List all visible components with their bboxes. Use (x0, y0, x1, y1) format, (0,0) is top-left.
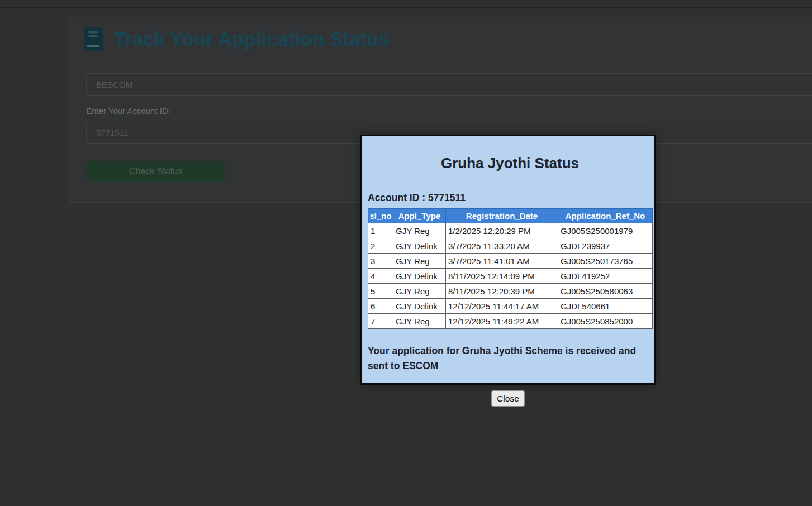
table-cell: 3/7/2025 11:33:20 AM (446, 238, 558, 254)
modal-title: Gruha Jyothi Status (368, 155, 652, 172)
table-cell: GJY Delink (393, 238, 446, 254)
column-header: sl_no (368, 209, 393, 223)
table-cell: GJY Delink (393, 269, 446, 284)
table-cell: 12/12/2025 11:44:17 AM (446, 299, 558, 314)
discom-select[interactable] (86, 73, 812, 96)
table-cell: GJ005S250580063 (558, 284, 653, 299)
table-cell: GJY Reg (393, 254, 446, 269)
table-cell: GJY Delink (393, 299, 446, 314)
top-navbar (0, 0, 812, 8)
table-cell: 12/12/2025 11:49:22 AM (446, 314, 558, 329)
table-cell: 7 (368, 314, 393, 329)
table-row: 5GJY Reg8/11/2025 12:20:39 PMGJ005S25058… (368, 284, 653, 299)
account-id-label: Enter Your Account ID: (86, 106, 170, 116)
column-header: Appl_Type (393, 209, 446, 223)
card-header: Track Your Application Status (69, 17, 812, 61)
modal-panel: Gruha Jyothi Status Account ID : 5771511… (360, 135, 656, 385)
table-row: 1GJY Reg1/2/2025 12:20:29 PMGJ005S250001… (368, 223, 653, 238)
table-cell: 6 (368, 299, 393, 314)
table-row: 4GJY Delink8/11/2025 12:14:09 PMGJDL4192… (368, 269, 653, 284)
table-cell: 4 (368, 269, 393, 284)
table-cell: GJY Reg (393, 223, 446, 238)
table-cell: 5 (368, 284, 393, 299)
book-icon (83, 27, 103, 51)
table-cell: 3 (368, 254, 393, 269)
table-cell: GJY Reg (393, 284, 446, 299)
column-header: Registration_Date (446, 209, 558, 223)
page-background: Track Your Application Status Enter Your… (0, 0, 812, 506)
table-cell: 1/2/2025 12:20:29 PM (446, 223, 558, 238)
table-cell: 3/7/2025 11:41:01 AM (446, 254, 558, 269)
table-cell: 8/11/2025 12:14:09 PM (446, 269, 558, 284)
table-cell: GJDL239937 (558, 238, 653, 254)
table-cell: 2 (368, 238, 393, 254)
status-message: Your application for Gruha Jyothi Scheme… (368, 343, 647, 374)
table-header-row: sl_noAppl_TypeRegistration_DateApplicati… (368, 209, 653, 223)
check-status-button[interactable]: Check Status (86, 161, 225, 182)
table-row: 2GJY Delink3/7/2025 11:33:20 AMGJDL23993… (368, 238, 653, 254)
status-modal: Gruha Jyothi Status Account ID : 5771511… (360, 135, 656, 407)
table-cell: GJ005S250001979 (558, 223, 653, 238)
table-cell: 1 (368, 223, 393, 238)
table-cell: GJDL540661 (558, 299, 653, 314)
close-button[interactable]: Close (491, 390, 525, 407)
column-header: Application_Ref_No (558, 209, 653, 223)
table-cell: GJY Reg (393, 314, 446, 329)
table-row: 7GJY Reg12/12/2025 11:49:22 AMGJ005S2508… (368, 314, 653, 329)
page-title: Track Your Application Status (114, 28, 390, 50)
table-cell: GJ005S250852000 (558, 314, 653, 329)
account-id-line: Account ID : 5771511 (368, 192, 652, 204)
table-row: 3GJY Reg3/7/2025 11:41:01 AMGJ005S250173… (368, 254, 653, 269)
table-row: 6GJY Delink12/12/2025 11:44:17 AMGJDL540… (368, 299, 653, 314)
status-table: sl_noAppl_TypeRegistration_DateApplicati… (368, 208, 653, 329)
table-cell: GJ005S250173765 (558, 254, 653, 269)
table-cell: GJDL419252 (558, 269, 653, 284)
status-table-body: 1GJY Reg1/2/2025 12:20:29 PMGJ005S250001… (368, 223, 653, 329)
table-cell: 8/11/2025 12:20:39 PM (446, 284, 558, 299)
